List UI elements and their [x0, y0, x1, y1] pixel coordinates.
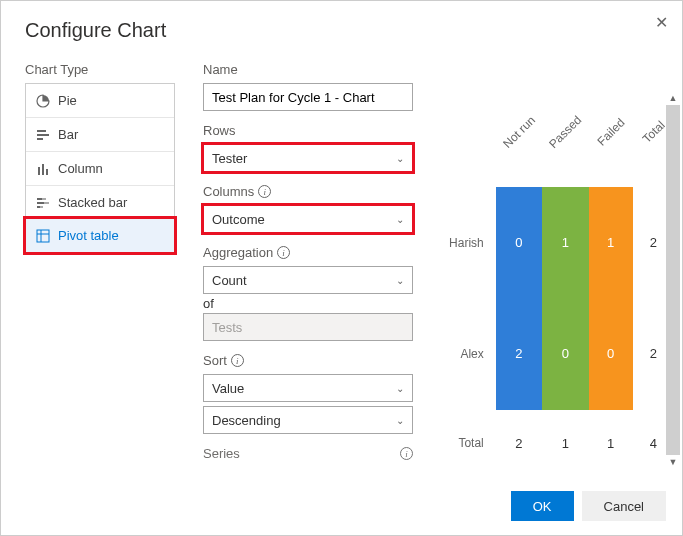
cell: 2 [496, 298, 542, 409]
cell: 1 [542, 187, 589, 298]
pie-icon [36, 94, 50, 108]
chevron-down-icon: ⌄ [396, 275, 404, 286]
cell: 1 [542, 410, 589, 477]
row-header: Alex [443, 298, 496, 409]
svg-rect-0 [37, 130, 46, 132]
sort-dir-value: Descending [212, 413, 281, 428]
rows-label: Rows [203, 123, 413, 138]
cell: 2 [496, 410, 542, 477]
pivot-table-preview: Not run Passed Failed Total Harish 0 1 1… [443, 76, 674, 477]
info-icon[interactable]: i [400, 447, 413, 460]
cancel-button[interactable]: Cancel [582, 491, 666, 521]
chevron-down-icon: ⌄ [396, 383, 404, 394]
chevron-down-icon: ⌄ [396, 415, 404, 426]
chart-type-section: Chart Type Pie Bar [25, 62, 175, 477]
scroll-down-icon[interactable]: ▼ [666, 455, 680, 469]
chart-type-bar[interactable]: Bar [26, 117, 174, 151]
chevron-down-icon: ⌄ [396, 153, 404, 164]
of-field: Tests [203, 313, 413, 341]
chart-type-label-text: Stacked bar [58, 195, 127, 210]
svg-rect-10 [37, 206, 40, 208]
svg-rect-7 [42, 198, 46, 200]
of-label: of [203, 296, 413, 311]
svg-rect-11 [40, 206, 43, 208]
name-label: Name [203, 62, 413, 77]
chart-preview: Not run Passed Failed Total Harish 0 1 1… [443, 62, 674, 477]
chart-type-pie[interactable]: Pie [26, 84, 174, 117]
col-header: Not run [498, 110, 541, 153]
scrollbar[interactable]: ▲ ▼ [666, 91, 680, 469]
columns-value: Outcome [212, 212, 265, 227]
table-row-total: Total 2 1 1 4 [443, 410, 674, 477]
svg-rect-2 [37, 138, 43, 140]
scroll-thumb[interactable] [666, 105, 680, 455]
scroll-up-icon[interactable]: ▲ [666, 91, 680, 105]
rows-select[interactable]: Tester ⌄ [203, 144, 413, 172]
rows-value: Tester [212, 151, 247, 166]
svg-rect-9 [44, 202, 49, 204]
fields-section: Name Rows Tester ⌄ Columns i Outcome ⌄ [203, 62, 413, 477]
info-icon[interactable]: i [231, 354, 244, 367]
chart-type-stacked-bar[interactable]: Stacked bar [26, 185, 174, 219]
series-label: Series [203, 446, 240, 461]
chart-type-pivot-table[interactable]: Pivot table [25, 218, 175, 253]
cell: 0 [496, 187, 542, 298]
pivot-table-icon [36, 229, 50, 243]
info-icon[interactable]: i [258, 185, 271, 198]
svg-rect-5 [46, 169, 48, 175]
aggregation-label: Aggregation [203, 245, 273, 260]
chevron-down-icon: ⌄ [396, 214, 404, 225]
column-icon [36, 162, 50, 176]
chart-type-label-text: Bar [58, 127, 78, 142]
dialog-title: Configure Chart [1, 1, 682, 62]
close-button[interactable]: ✕ [655, 13, 668, 32]
chart-type-label-text: Pivot table [58, 228, 119, 243]
row-header: Harish [443, 187, 496, 298]
svg-rect-1 [37, 134, 49, 136]
columns-select[interactable]: Outcome ⌄ [203, 205, 413, 233]
sort-field-select[interactable]: Value ⌄ [203, 374, 413, 402]
info-icon[interactable]: i [277, 246, 290, 259]
dialog-footer: OK Cancel [1, 477, 682, 535]
svg-rect-12 [37, 230, 49, 242]
chart-type-label: Chart Type [25, 62, 175, 77]
columns-label: Columns [203, 184, 254, 199]
sort-field-value: Value [212, 381, 244, 396]
chart-type-label-text: Column [58, 161, 103, 176]
chart-type-label-text: Pie [58, 93, 77, 108]
sort-dir-select[interactable]: Descending ⌄ [203, 406, 413, 434]
col-header: Failed [590, 111, 631, 152]
cell: 0 [589, 298, 633, 409]
bar-icon [36, 128, 50, 142]
svg-rect-3 [38, 167, 40, 175]
table-row: Alex 2 0 0 2 [443, 298, 674, 409]
configure-chart-dialog: ✕ Configure Chart Chart Type Pie Bar [1, 1, 682, 535]
stacked-bar-icon [36, 196, 50, 210]
name-input[interactable] [203, 83, 413, 111]
cell: 1 [589, 410, 633, 477]
aggregation-value: Count [212, 273, 247, 288]
ok-button[interactable]: OK [511, 491, 574, 521]
row-header: Total [443, 410, 496, 477]
cell: 0 [542, 298, 589, 409]
svg-rect-4 [42, 164, 44, 175]
aggregation-select[interactable]: Count ⌄ [203, 266, 413, 294]
cell: 1 [589, 187, 633, 298]
chart-type-list: Pie Bar Column [25, 83, 175, 253]
col-header: Passed [544, 110, 587, 153]
svg-rect-8 [37, 202, 44, 204]
svg-rect-6 [37, 198, 42, 200]
close-icon: ✕ [655, 14, 668, 31]
table-row: Harish 0 1 1 2 [443, 187, 674, 298]
sort-label: Sort [203, 353, 227, 368]
chart-type-column[interactable]: Column [26, 151, 174, 185]
